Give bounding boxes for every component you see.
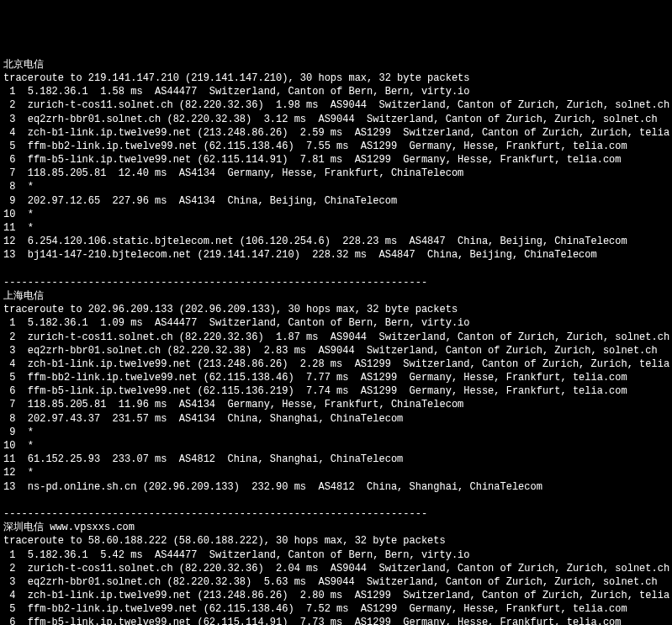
hop-line: 5 ffm-bb2-link.ip.twelve99.net (62.115.1… — [3, 140, 627, 152]
hop-line: 5 ffm-bb2-link.ip.twelve99.net (62.115.1… — [3, 372, 627, 384]
hop-line: 5 ffm-bb2-link.ip.twelve99.net (62.115.1… — [3, 603, 627, 615]
hop-line: 6 ffm-b5-link.ip.twelve99.net (62.115.11… — [3, 617, 622, 625]
hop-line: 9 * — [3, 426, 34, 438]
separator-line: ----------------------------------------… — [3, 277, 427, 289]
separator-line: ----------------------------------------… — [3, 508, 427, 520]
traceroute-header: traceroute to 58.60.188.222 (58.60.188.2… — [3, 535, 446, 547]
hop-line: 10 * — [3, 440, 34, 452]
hop-line: 8 * — [3, 181, 34, 193]
hop-line: 11 * — [3, 222, 34, 234]
hop-line: 1 5.182.36.1 1.09 ms AS44477 Switzerland… — [3, 317, 470, 329]
section-title: 深圳电信 www.vpsxxs.com — [3, 522, 135, 533]
hop-line: 11 61.152.25.93 233.07 ms AS4812 China, … — [3, 453, 403, 465]
section-title: 北京电信 — [3, 59, 44, 71]
hop-line: 2 zurich-t-cos11.solnet.ch (82.220.32.36… — [3, 331, 669, 343]
hop-line: 3 eq2zrh-bbr01.solnet.ch (82.220.32.38) … — [3, 345, 658, 357]
hop-line: 3 eq2zrh-bbr01.solnet.ch (82.220.32.38) … — [3, 576, 658, 588]
hop-line: 1 5.182.36.1 1.58 ms AS44477 Switzerland… — [3, 86, 470, 98]
hop-line: 6 ffm-b5-link.ip.twelve99.net (62.115.13… — [3, 385, 627, 397]
terminal-output: 北京电信 traceroute to 219.141.147.210 (219.… — [3, 58, 672, 625]
hop-line: 2 zurich-t-cos11.solnet.ch (82.220.32.36… — [3, 563, 669, 575]
hop-line: 13 ns-pd.online.sh.cn (202.96.209.133) 2… — [3, 481, 542, 493]
hop-line: 7 118.85.205.81 12.40 ms AS4134 Germany,… — [3, 167, 463, 179]
hop-line: 1 5.182.36.1 5.42 ms AS44477 Switzerland… — [3, 549, 470, 561]
hop-line: 12 * — [3, 467, 34, 479]
hop-line: 2 zurich-t-cos11.solnet.ch (82.220.32.36… — [3, 99, 669, 111]
traceroute-header: traceroute to 219.141.147.210 (219.141.1… — [3, 72, 470, 84]
hop-line: 4 zch-b1-link.ip.twelve99.net (213.248.8… — [3, 590, 672, 601]
hop-line: 8 202.97.43.37 231.57 ms AS4134 China, S… — [3, 413, 403, 425]
hop-line: 4 zch-b1-link.ip.twelve99.net (213.248.8… — [3, 358, 672, 370]
hop-line: 12 6.254.120.106.static.bjtelecom.net (1… — [3, 236, 627, 247]
hop-line: 3 eq2zrh-bbr01.solnet.ch (82.220.32.38) … — [3, 114, 658, 125]
traceroute-header: traceroute to 202.96.209.133 (202.96.209… — [3, 304, 458, 315]
hop-line: 6 ffm-b5-link.ip.twelve99.net (62.115.11… — [3, 154, 622, 166]
hop-line: 9 202.97.12.65 227.96 ms AS4134 China, B… — [3, 195, 397, 207]
hop-line: 7 118.85.205.81 11.96 ms AS4134 Germany,… — [3, 399, 463, 410]
hop-line: 4 zch-b1-link.ip.twelve99.net (213.248.8… — [3, 127, 672, 139]
hop-line: 10 * — [3, 209, 34, 220]
hop-line: 13 bj141-147-210.bjtelecom.net (219.141.… — [3, 249, 597, 261]
section-title: 上海电信 — [3, 290, 44, 302]
